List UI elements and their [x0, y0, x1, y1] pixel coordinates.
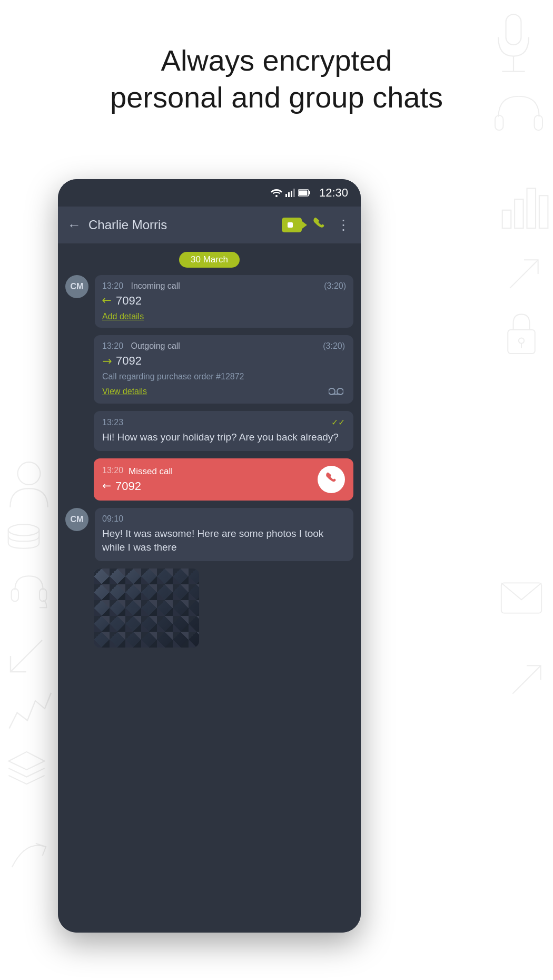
status-icons [271, 189, 311, 197]
svg-rect-21 [293, 189, 295, 197]
svg-rect-24 [299, 191, 307, 195]
svg-rect-16 [501, 583, 541, 613]
svg-rect-6 [515, 199, 524, 228]
svg-point-10 [519, 338, 524, 343]
svg-point-13 [8, 524, 39, 535]
svg-rect-8 [539, 195, 548, 228]
phone-mockup: 12:30 ← Charlie Morris ⋮ 30 March [58, 179, 361, 933]
svg-rect-15 [39, 589, 46, 601]
msg-meta: 13:23 ✓✓ [102, 417, 345, 427]
msg-timestamp-2: 09:10 [102, 514, 346, 524]
missed-call-left: 13:20 Missed call ↗ 7092 [102, 466, 173, 493]
incoming-call-message: CM 13:20 Incoming call (3:20) ↗ 7092 Add… [65, 275, 353, 328]
more-options-button[interactable]: ⋮ [337, 217, 351, 233]
missed-number-row: ↗ 7092 [102, 479, 173, 493]
call-type-2: Outgoing call [131, 341, 180, 350]
page-headline: Always encrypted personal and group chat… [0, 42, 553, 116]
msg-text-2: Hey! It was awsome! Here are some photos… [102, 527, 346, 555]
avatar-cm-1: CM [65, 275, 88, 298]
missed-number: 7092 [115, 479, 141, 493]
text-message-outgoing: 13:23 ✓✓ Hi! How was your holiday trip? … [94, 411, 353, 451]
call-number-1: 7092 [116, 294, 142, 308]
phone-call-button[interactable] [312, 217, 326, 234]
svg-rect-0 [506, 14, 521, 45]
wifi-icon [271, 189, 282, 197]
incoming-text-bubble: 09:10 Hey! It was awsome! Here are some … [95, 508, 353, 561]
svg-rect-20 [291, 191, 292, 197]
video-call-button[interactable] [282, 218, 302, 232]
date-badge: 30 March [179, 252, 240, 268]
call-header-2: 13:20 Outgoing call (3:20) [102, 341, 345, 351]
chat-area: 30 March CM 13:20 Incoming call (3:20) ↗… [58, 243, 361, 933]
svg-rect-9 [508, 330, 535, 354]
incoming-arrow-icon: ↗ [98, 292, 115, 309]
svg-rect-19 [288, 192, 290, 197]
missed-call-time: 13:20 [102, 466, 123, 475]
incoming-text-message: CM 09:10 Hey! It was awsome! Here are so… [65, 508, 353, 561]
call-number-2: 7092 [116, 354, 142, 368]
call-time-2: 13:20 [102, 341, 123, 350]
incoming-call-bubble: 13:20 Incoming call (3:20) ↗ 7092 Add de… [95, 275, 353, 328]
action-icons: ⋮ [282, 217, 351, 234]
battery-icon [298, 189, 311, 197]
avatar-cm-2: CM [65, 508, 88, 531]
back-button[interactable]: ← [67, 217, 81, 233]
missed-call-header: 13:20 Missed call [102, 466, 173, 477]
check-marks: ✓✓ [331, 417, 345, 427]
call-duration-2: (3:20) [323, 341, 345, 351]
missed-call-label: Missed call [129, 466, 173, 477]
svg-rect-18 [285, 194, 287, 197]
signal-icon [285, 189, 295, 197]
call-time-1: 13:20 [102, 281, 123, 290]
msg-text-1: Hi! How was your holiday trip? Are you b… [102, 430, 345, 445]
missed-call-message: 13:20 Missed call ↗ 7092 [94, 458, 353, 501]
call-back-button[interactable] [318, 466, 345, 493]
call-back-phone-icon [325, 472, 338, 487]
call-type-1: Incoming call [131, 281, 180, 290]
svg-rect-25 [288, 222, 293, 228]
phone-icon [312, 217, 326, 230]
add-details-link[interactable]: Add details [102, 312, 144, 321]
contact-name: Charlie Morris [88, 218, 274, 232]
phone-icon-red [325, 472, 338, 484]
svg-rect-28 [332, 394, 340, 395]
top-bar[interactable]: ← Charlie Morris ⋮ [58, 207, 361, 243]
photo-content [94, 569, 199, 648]
svg-rect-3 [495, 115, 503, 130]
video-icon [288, 222, 296, 228]
svg-rect-5 [502, 210, 511, 228]
call-header: 13:20 Incoming call (3:20) [102, 281, 346, 291]
view-details-link[interactable]: View details [102, 387, 147, 396]
call-number-row-1: ↗ 7092 [102, 294, 346, 308]
svg-rect-7 [527, 189, 536, 229]
svg-point-12 [18, 462, 41, 485]
status-bar: 12:30 [58, 179, 361, 207]
voicemail-icon [327, 386, 345, 397]
msg-timestamp: 13:23 [102, 418, 123, 427]
svg-rect-14 [12, 589, 18, 601]
call-footer: View details [102, 386, 345, 397]
svg-rect-23 [309, 191, 310, 194]
call-number-row-2: ↗ 7092 [102, 354, 345, 368]
status-time: 12:30 [319, 186, 348, 200]
photo-thumbnail[interactable] [94, 569, 199, 648]
outgoing-arrow-icon: ↗ [98, 352, 115, 369]
outgoing-call-message: 13:20 Outgoing call (3:20) ↗ 7092 Call r… [94, 335, 353, 404]
missed-arrow-icon: ↗ [99, 478, 114, 494]
call-note: Call regarding purchase order #12872 [102, 372, 345, 381]
call-duration-1: (3:20) [324, 281, 346, 291]
svg-rect-4 [535, 115, 542, 130]
svg-point-17 [275, 195, 278, 197]
